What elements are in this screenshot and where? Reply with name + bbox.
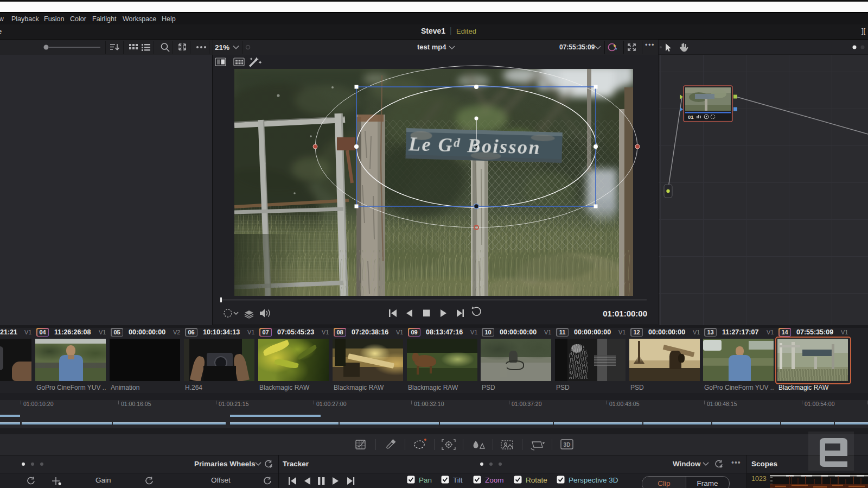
svg-text:01:01:00:00: 01:01:00:00 (603, 309, 647, 318)
svg-text:21%: 21% (215, 43, 229, 52)
svg-text:3D: 3D (564, 442, 571, 448)
svg-text:01: 01 (688, 114, 694, 120)
svg-text:Le Gd Boisson: Le Gd Boisson (408, 133, 541, 159)
